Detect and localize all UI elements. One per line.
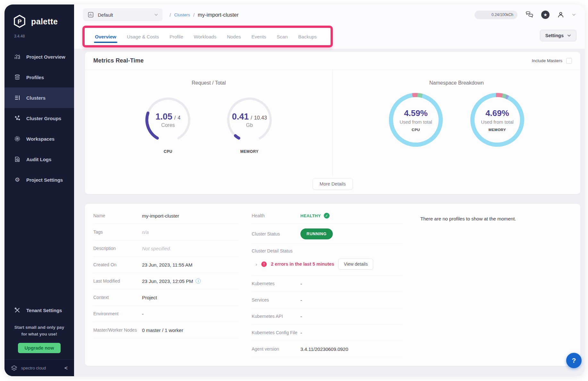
- cpu-gauge-label: CPU: [164, 149, 172, 154]
- tab-backups[interactable]: Backups: [298, 28, 317, 45]
- clusters-list-icon: [14, 95, 21, 101]
- sidebar-item-label: Profiles: [26, 75, 44, 80]
- sidebar-menu: Project Overview Profiles Clusters: [4, 46, 74, 190]
- more-details-button[interactable]: More Details: [313, 178, 353, 190]
- cpu-donut-ring: 4.59% Used from total CPU: [389, 93, 443, 147]
- breadcrumb-current: my-import-cluster: [198, 12, 239, 18]
- expand-chevron-icon[interactable]: ›: [256, 261, 257, 267]
- svg-text:P: P: [18, 18, 22, 25]
- layers-icon: [14, 74, 21, 80]
- sidebar-item-project-overview[interactable]: Project Overview: [4, 46, 74, 67]
- help-button[interactable]: ?: [566, 353, 582, 368]
- sidebar: P palette 3.4.48 Project Overview: [4, 4, 74, 376]
- include-masters: Include Masters: [532, 58, 572, 64]
- sidebar-item-clusters[interactable]: Clusters: [4, 87, 74, 108]
- bar-chart-icon: [14, 54, 21, 60]
- palette-logo-icon: P: [12, 14, 27, 29]
- user-icon[interactable]: [557, 11, 564, 18]
- tab-overview[interactable]: Overview: [95, 28, 116, 45]
- cpu-donut: 4.59% Used from total CPU: [385, 93, 446, 147]
- detail-row-tags: Tags n/a: [93, 224, 239, 240]
- request-total-title: Request / Total: [192, 80, 226, 86]
- brand-logo-row: P palette: [4, 4, 74, 29]
- footer-brand: spectro cloud: [21, 366, 61, 370]
- view-details-button[interactable]: View details: [338, 259, 373, 269]
- sidebar-item-label: Cluster Groups: [26, 116, 61, 121]
- sidebar-item-workspaces[interactable]: Workspaces: [4, 128, 74, 149]
- sidebar-item-label: Project Overview: [26, 54, 65, 60]
- detail-row-created-on: Created On 23 Jun, 2023, 11:55 AM: [93, 257, 239, 273]
- sidebar-item-project-settings[interactable]: ⚙ Project Settings: [4, 170, 74, 190]
- topbar: Default / Clusters / my-import-cluster 0…: [74, 4, 585, 25]
- cpu-total-value: 4: [178, 115, 181, 121]
- chevron-down-icon: [154, 13, 158, 16]
- row-value: -: [300, 314, 302, 319]
- tab-events[interactable]: Events: [251, 28, 266, 45]
- row-value: n/a: [142, 229, 149, 235]
- value-separator: /: [174, 115, 176, 121]
- tab-scan[interactable]: Scan: [277, 28, 288, 45]
- memory-used-value: 0.41: [232, 112, 249, 122]
- sidebar-item-label: Project Settings: [26, 177, 63, 183]
- sidebar-item-audit-logs[interactable]: Audit Logs: [4, 149, 74, 170]
- tab-workloads[interactable]: Workloads: [194, 28, 216, 45]
- breadcrumb-clusters-link[interactable]: Clusters: [174, 12, 190, 17]
- sidebar-item-cluster-groups[interactable]: Cluster Groups: [4, 108, 74, 128]
- error-line: › ! 2 errors in the last 5 minutes View …: [252, 259, 402, 269]
- row-label: Environment: [93, 311, 142, 316]
- health-value: HEALTHY: [300, 213, 321, 218]
- sidebar-item-label: Audit Logs: [26, 157, 51, 162]
- row-label: Cluster Status: [252, 231, 300, 236]
- detail-row-cluster-status: Cluster Status RUNNING: [252, 224, 402, 244]
- cpu-unit: Cores: [161, 122, 175, 128]
- promo-text: Start small and only pay for what you us…: [4, 324, 74, 338]
- memory-gauge: 0.41 / 10.43 Gb MEMORY: [219, 93, 280, 154]
- settings-button[interactable]: Settings: [540, 30, 576, 41]
- metrics-header: Metrics Real-Time Include Masters: [85, 52, 580, 70]
- detail-row-context: Context Project: [93, 289, 239, 306]
- info-icon[interactable]: i: [196, 278, 201, 284]
- sidebar-item-profiles[interactable]: Profiles: [4, 67, 74, 87]
- project-selector[interactable]: Default: [83, 8, 163, 21]
- row-value: -: [300, 281, 302, 286]
- row-label: Description: [93, 246, 142, 251]
- include-masters-checkbox[interactable]: [566, 58, 572, 64]
- app-window: P palette 3.4.48 Project Overview: [4, 4, 585, 376]
- tab-profile[interactable]: Profile: [170, 28, 183, 45]
- usage-quota-badge: 0.24/100kCh: [475, 11, 517, 19]
- detail-row-last-modified: Last Modified 23 Jun, 2023, 12:05 PM i: [93, 273, 239, 289]
- row-label: Last Modified: [93, 278, 142, 284]
- memory-donut-percent: 4.69%: [485, 108, 509, 118]
- row-label: Kubernetes API: [252, 314, 300, 319]
- details-left-column: Name my-import-cluster Tags n/a Descript…: [85, 208, 252, 366]
- row-value: -: [300, 330, 302, 335]
- sidebar-footer: spectro cloud <: [4, 360, 74, 376]
- profiles-empty-state: There are no profiles to show at the mom…: [412, 208, 580, 366]
- settings-button-label: Settings: [545, 33, 564, 38]
- gauges-row: 1.05 / 4 Cores CPU: [138, 93, 280, 154]
- detail-row-services: Services -: [252, 292, 402, 308]
- memory-unit: Gb: [246, 122, 253, 128]
- detail-row-kubernetes-config-file: Kubernetes Config File -: [252, 325, 402, 341]
- app-version: 3.4.48: [4, 29, 74, 38]
- cpu-used-value: 1.05: [155, 112, 172, 122]
- tab-usage-costs[interactable]: Usage & Costs: [127, 28, 159, 45]
- collapse-sidebar-chevron-icon[interactable]: <: [64, 365, 68, 371]
- upgrade-now-button[interactable]: Upgrade now: [18, 343, 61, 353]
- row-label: Tags: [93, 229, 142, 235]
- memory-donut-label: MEMORY: [489, 128, 506, 132]
- memory-gauge-label: MEMORY: [240, 149, 258, 154]
- cpu-donut-label: CPU: [412, 128, 420, 132]
- tab-nodes[interactable]: Nodes: [227, 28, 241, 45]
- metrics-title: Metrics Real-Time: [93, 57, 144, 64]
- row-value: Not specified.: [142, 246, 171, 251]
- user-chevron-down-icon[interactable]: [572, 13, 576, 16]
- sidebar-item-tenant-settings[interactable]: Tenant Settings: [4, 300, 74, 320]
- network-nodes-icon: [14, 115, 21, 121]
- row-value: 23 Jun, 2023, 12:05 PM i: [142, 278, 201, 284]
- row-label: Context: [93, 295, 142, 300]
- chevron-down-icon: [567, 34, 571, 37]
- chat-icon[interactable]: [525, 11, 533, 19]
- tabs-highlight-annotation: Overview Usage & Costs Profile Workloads…: [82, 26, 333, 47]
- star-badge-icon[interactable]: ★: [541, 11, 550, 19]
